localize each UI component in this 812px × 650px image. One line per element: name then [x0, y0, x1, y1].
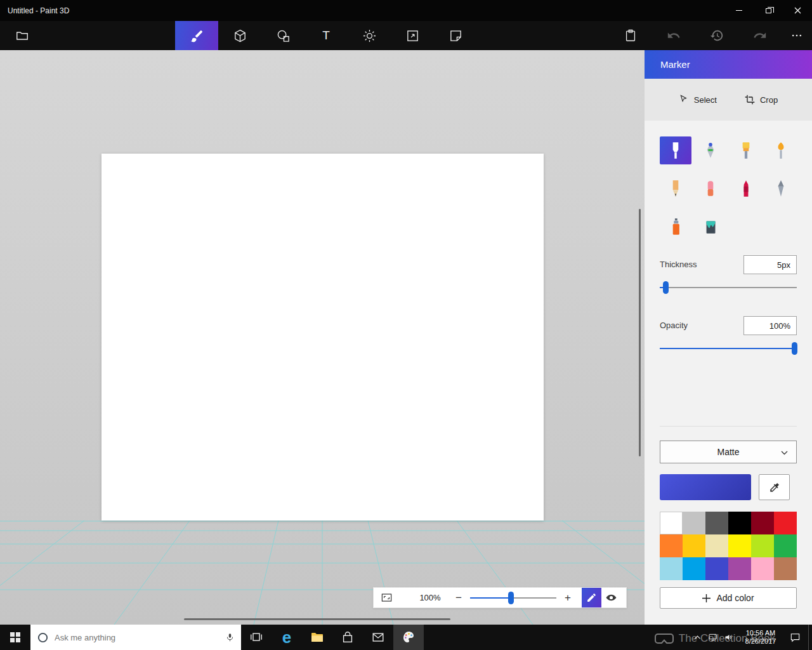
pixel-pen-icon	[773, 179, 789, 198]
show-desktop-button[interactable]	[808, 625, 812, 650]
brush-fill[interactable]	[695, 213, 726, 241]
windows-logo-icon	[10, 632, 20, 642]
brush-grid	[660, 136, 797, 241]
palette-swatch-purple[interactable]	[728, 557, 751, 580]
start-button[interactable]	[0, 625, 30, 650]
search-input[interactable]	[55, 633, 219, 642]
taskbar-clock[interactable]: 10:56 AM 8/26/2017	[740, 629, 782, 646]
eyedropper-button[interactable]	[759, 474, 790, 500]
brush-crayon[interactable]	[730, 175, 762, 202]
canvas-resize-icon	[405, 29, 420, 43]
opacity-slider-thumb[interactable]	[792, 342, 797, 355]
current-color-swatch[interactable]	[660, 474, 751, 500]
zoom-out-button[interactable]: −	[452, 590, 465, 606]
palette-swatch-light-grey[interactable]	[683, 512, 705, 534]
volume-tray-button[interactable]	[723, 632, 735, 643]
view-eye-button[interactable]	[601, 588, 620, 607]
tab-stickers[interactable]	[434, 21, 477, 50]
taskbar-edge[interactable]: e	[272, 625, 302, 650]
brush-oil-brush[interactable]	[730, 136, 762, 164]
add-color-button[interactable]: Add color	[660, 587, 797, 609]
tab-2d-shapes[interactable]	[261, 21, 304, 50]
vertical-scrollbar[interactable]	[639, 209, 641, 456]
brush-pixel-pen[interactable]	[765, 175, 797, 202]
history-icon	[710, 29, 724, 43]
taskbar-store[interactable]	[332, 625, 363, 650]
zoom-slider[interactable]	[470, 592, 556, 604]
palette-swatch-white[interactable]	[660, 512, 683, 534]
drawing-canvas[interactable]	[102, 154, 544, 521]
brush-pencil[interactable]	[660, 175, 691, 202]
zoom-slider-thumb[interactable]	[508, 592, 514, 604]
paste-button[interactable]	[609, 21, 652, 50]
palette-swatch-gold[interactable]	[683, 534, 705, 557]
redo-button[interactable]	[738, 21, 782, 50]
palette-swatch-yellow[interactable]	[728, 534, 751, 557]
finish-dropdown[interactable]: Matte	[660, 441, 797, 463]
palette-swatch-green[interactable]	[774, 534, 797, 557]
palette-swatch-light-yellow[interactable]	[705, 534, 728, 557]
palette-swatch-black[interactable]	[728, 512, 751, 534]
tab-text[interactable]: T	[304, 21, 348, 50]
brush-spray-can[interactable]	[660, 213, 691, 241]
sun-icon	[362, 29, 377, 43]
tab-brushes[interactable]	[175, 21, 218, 50]
pen-input-toggle[interactable]	[582, 588, 601, 607]
palette-swatch-turquoise[interactable]	[683, 557, 705, 580]
hidden-icons-button[interactable]	[691, 632, 703, 643]
store-bag-icon	[341, 630, 355, 644]
palette-swatch-lime[interactable]	[751, 534, 774, 557]
select-button[interactable]: Select	[679, 95, 717, 105]
action-center-icon	[790, 632, 801, 643]
taskbar-paint3d[interactable]	[393, 625, 424, 650]
network-tray-button[interactable]	[707, 632, 719, 643]
tab-3d-shapes[interactable]	[218, 21, 261, 50]
close-button[interactable]	[783, 0, 812, 21]
crayon-icon	[738, 179, 754, 198]
palette-swatch-dark-grey[interactable]	[705, 512, 728, 534]
pencil-icon	[667, 179, 684, 198]
thickness-slider[interactable]	[660, 281, 797, 294]
taskbar-file-explorer[interactable]	[302, 625, 332, 650]
fit-to-window-button[interactable]	[379, 590, 394, 606]
palette-swatch-light-turquoise[interactable]	[660, 557, 683, 580]
menu-button[interactable]	[10, 24, 34, 47]
thickness-input[interactable]	[743, 255, 797, 274]
brush-calligraphy-pen[interactable]	[695, 136, 726, 164]
palette-swatch-pink[interactable]	[751, 557, 774, 580]
palette-swatch-red[interactable]	[774, 512, 797, 534]
tab-canvas[interactable]	[391, 21, 434, 50]
brush-watercolour[interactable]	[765, 136, 797, 164]
restore-icon	[766, 8, 771, 13]
zoom-in-button[interactable]: +	[561, 590, 574, 606]
maximize-button[interactable]	[754, 0, 783, 21]
brush-eraser[interactable]	[695, 175, 726, 202]
more-button[interactable]	[782, 21, 812, 50]
horizontal-scrollbar[interactable]	[184, 618, 450, 620]
microphone-icon[interactable]	[225, 632, 235, 643]
panel-actions: Select Crop	[645, 79, 812, 121]
tab-effects[interactable]	[348, 21, 391, 50]
opacity-input[interactable]	[743, 316, 797, 335]
palette-swatch-dark-red[interactable]	[751, 512, 774, 534]
undo-button[interactable]	[652, 21, 695, 50]
minimize-button[interactable]	[724, 0, 754, 21]
clock-time: 10:56 AM	[740, 629, 782, 637]
palette-swatch-brown[interactable]	[774, 557, 797, 580]
task-view-button[interactable]	[241, 625, 272, 650]
opacity-slider[interactable]	[660, 342, 797, 355]
crop-button[interactable]: Crop	[745, 95, 778, 105]
zoom-slider-fill	[470, 597, 511, 599]
palette-swatch-indigo[interactable]	[705, 557, 728, 580]
thickness-slider-thumb[interactable]	[663, 281, 669, 294]
workspace-3d-view[interactable]: 100% − +	[0, 50, 645, 625]
palette-swatch-orange[interactable]	[660, 534, 683, 557]
taskbar-mail[interactable]	[363, 625, 393, 650]
finish-value: Matte	[717, 447, 739, 457]
add-color-label: Add color	[716, 593, 754, 603]
action-center-button[interactable]	[782, 625, 808, 650]
history-button[interactable]	[695, 21, 738, 50]
minimize-icon	[736, 10, 742, 11]
taskbar-search[interactable]	[30, 625, 241, 650]
brush-marker[interactable]	[660, 136, 691, 164]
